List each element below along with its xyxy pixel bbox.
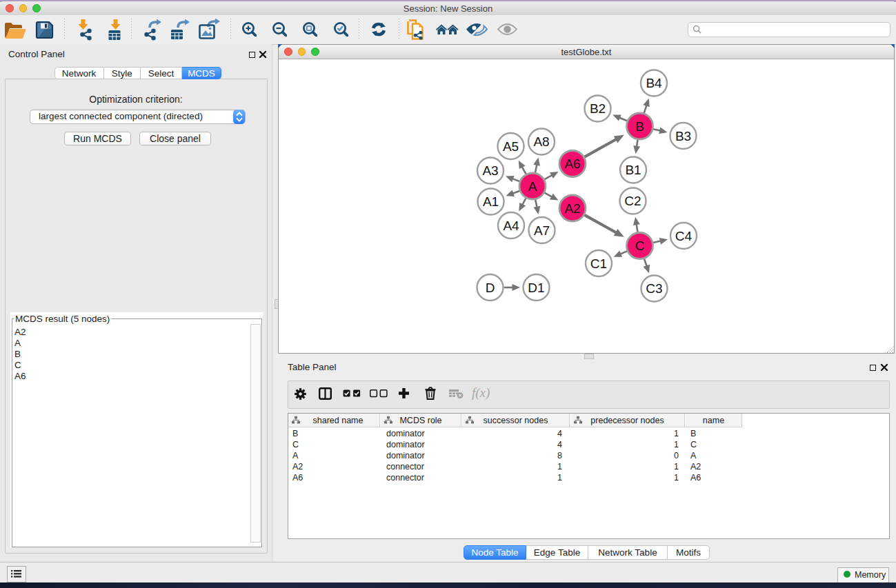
svg-text:A7: A7 bbox=[534, 223, 550, 238]
svg-text:B: B bbox=[635, 119, 644, 134]
svg-text:C1: C1 bbox=[590, 256, 607, 271]
svg-text:A6: A6 bbox=[564, 156, 580, 171]
svg-text:A1: A1 bbox=[483, 194, 499, 209]
svg-text:B1: B1 bbox=[625, 163, 641, 177]
svg-text:C3: C3 bbox=[646, 281, 662, 296]
svg-text:B2: B2 bbox=[590, 101, 606, 116]
svg-text:B3: B3 bbox=[675, 129, 691, 143]
svg-text:A5: A5 bbox=[503, 139, 519, 154]
svg-text:D: D bbox=[486, 281, 495, 295]
svg-text:A: A bbox=[528, 179, 537, 194]
svg-text:D1: D1 bbox=[528, 281, 544, 295]
svg-text:A8: A8 bbox=[533, 134, 549, 149]
svg-text:A4: A4 bbox=[503, 219, 519, 233]
svg-text:C4: C4 bbox=[675, 229, 693, 243]
svg-text:C2: C2 bbox=[624, 194, 641, 208]
svg-text:B4: B4 bbox=[646, 76, 662, 90]
svg-text:A2: A2 bbox=[564, 201, 580, 216]
svg-text:A3: A3 bbox=[482, 163, 498, 178]
svg-text:C: C bbox=[635, 239, 645, 253]
